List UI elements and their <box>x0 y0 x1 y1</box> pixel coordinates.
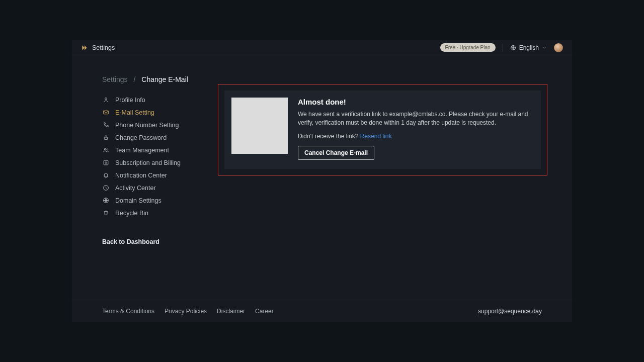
billing-icon <box>102 159 109 166</box>
footer-link-disclaimer[interactable]: Disclaimer <box>217 308 245 315</box>
back-to-dashboard-link[interactable]: Back to Dashboard <box>102 238 218 245</box>
sidebar-item-label: Profile Info <box>115 97 145 104</box>
sidebar-item-activity-center[interactable]: Activity Center <box>102 182 218 194</box>
verification-panel: Almost done! We have sent a verification… <box>224 90 541 169</box>
illustration-placeholder <box>231 98 288 154</box>
topbar: Settings Free · Upgrade Plan English <box>72 40 572 55</box>
sidebar: Settings / Change E-Mail Profile Info E-… <box>102 75 218 300</box>
sidebar-item-profile-info[interactable]: Profile Info <box>102 94 218 106</box>
resend-row: Didn't receive the link? Resend link <box>298 133 532 140</box>
activity-icon <box>102 185 109 192</box>
svg-point-4 <box>104 148 106 150</box>
sidebar-item-email-setting[interactable]: E-Mail Setting <box>102 106 218 119</box>
app-window: Settings Free · Upgrade Plan English Set… <box>72 40 572 322</box>
sidebar-item-change-password[interactable]: Change Password <box>102 131 218 144</box>
sidebar-item-phone-setting[interactable]: Phone Number Setting <box>102 119 218 131</box>
panel-body: Almost done! We have sent a verification… <box>298 98 532 160</box>
sidebar-item-label: E-Mail Setting <box>115 109 154 116</box>
breadcrumb: Settings / Change E-Mail <box>102 75 218 83</box>
sidebar-item-team-management[interactable]: Team Management <box>102 144 218 156</box>
sidebar-item-label: Team Management <box>115 147 169 154</box>
trash-icon <box>102 210 109 217</box>
sidebar-item-label: Change Password <box>115 134 167 141</box>
app-logo-icon <box>81 44 88 51</box>
svg-point-5 <box>106 149 108 150</box>
sidebar-item-label: Activity Center <box>115 185 156 192</box>
footer-link-terms[interactable]: Terms & Conditions <box>102 308 154 315</box>
upgrade-plan-badge[interactable]: Free · Upgrade Plan <box>440 43 496 52</box>
avatar[interactable] <box>554 43 563 52</box>
phone-icon <box>102 122 109 129</box>
sidebar-item-domain-settings[interactable]: Domain Settings <box>102 194 218 207</box>
footer: Terms & Conditions Privacy Policies Disc… <box>72 300 572 322</box>
page-header-title: Settings <box>92 44 115 51</box>
team-icon <box>102 147 109 154</box>
footer-support-email[interactable]: support@sequence.day <box>478 308 542 315</box>
svg-rect-6 <box>104 160 108 165</box>
chevron-down-icon <box>542 45 547 50</box>
lock-icon <box>102 134 109 141</box>
cancel-change-email-button[interactable]: Cancel Change E-mail <box>298 146 374 160</box>
sidebar-item-recycle-bin[interactable]: Recycle Bin <box>102 207 218 219</box>
sidebar-item-label: Phone Number Setting <box>115 122 179 129</box>
mail-icon <box>102 109 109 116</box>
sidebar-item-label: Subscription and Billing <box>115 159 181 166</box>
globe-icon <box>102 197 109 204</box>
breadcrumb-root[interactable]: Settings <box>102 75 128 83</box>
footer-link-privacy[interactable]: Privacy Policies <box>165 308 207 315</box>
main-content: Almost done! We have sent a verification… <box>218 75 558 300</box>
sidebar-item-label: Notification Center <box>115 172 167 179</box>
sidebar-nav: Profile Info E-Mail Setting Phone Number… <box>102 94 218 219</box>
breadcrumb-separator: / <box>133 75 135 83</box>
sidebar-item-label: Domain Settings <box>115 197 162 204</box>
sidebar-item-subscription-billing[interactable]: Subscription and Billing <box>102 156 218 169</box>
footer-link-career[interactable]: Career <box>255 308 274 315</box>
svg-rect-3 <box>104 137 108 139</box>
language-selector[interactable]: English <box>510 44 547 51</box>
svg-point-1 <box>105 98 107 100</box>
globe-icon <box>510 45 516 51</box>
content-body: Settings / Change E-Mail Profile Info E-… <box>72 55 572 300</box>
breadcrumb-current: Change E-Mail <box>141 75 188 83</box>
sidebar-item-label: Recycle Bin <box>115 210 148 217</box>
topbar-divider <box>503 44 503 52</box>
resend-prefix: Didn't receive the link? <box>298 133 360 140</box>
highlight-frame: Almost done! We have sent a verification… <box>218 84 547 175</box>
language-label: English <box>519 44 539 51</box>
resend-link[interactable]: Resend link <box>360 133 392 140</box>
sidebar-item-notification-center[interactable]: Notification Center <box>102 169 218 182</box>
panel-message: We have sent a verification link to exam… <box>298 110 532 128</box>
bell-icon <box>102 172 109 179</box>
user-icon <box>102 97 109 104</box>
panel-title: Almost done! <box>298 98 532 106</box>
svg-point-7 <box>105 162 106 163</box>
